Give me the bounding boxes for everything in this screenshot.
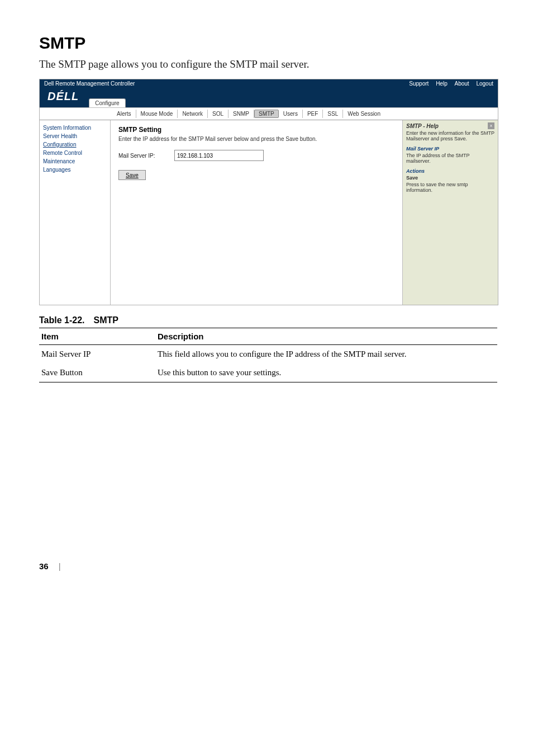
cell-desc: Use this button to save your settings.: [155, 363, 497, 382]
section-title: SMTP: [39, 34, 494, 53]
field-row: Mail Server IP:: [118, 150, 394, 161]
subtab-sol[interactable]: SOL: [208, 110, 229, 118]
sidebar-item-remote-control[interactable]: Remote Control: [42, 149, 108, 157]
sidebar-item-configuration[interactable]: Configuration: [42, 140, 108, 149]
help-intro: Enter the new information for the SMTP M…: [406, 130, 494, 141]
help-mail-server-head: Mail Server IP: [406, 146, 494, 152]
section-intro: The SMTP page allows you to configure th…: [39, 58, 494, 70]
help-actions-head: Actions: [406, 168, 494, 174]
logout-link[interactable]: Logout: [476, 81, 493, 87]
subtab-users[interactable]: Users: [279, 110, 303, 118]
sidebar-item-server-health[interactable]: Server Health: [42, 132, 108, 140]
support-link[interactable]: Support: [409, 81, 429, 87]
page-description: Enter the IP address for the SMTP Mail s…: [118, 136, 394, 142]
help-save-text: Press to save the new smtp information.: [406, 182, 494, 193]
sidebar-item-languages[interactable]: Languages: [42, 166, 108, 174]
subtab-pef[interactable]: PEF: [303, 110, 323, 118]
help-title: SMTP - Help: [406, 123, 439, 129]
table-row: Mail Server IP This field allows you to …: [39, 345, 497, 364]
sidebar-item-system-information[interactable]: System Information: [42, 124, 108, 132]
help-save-head: Save: [406, 175, 494, 181]
app-body: System Information Server Health Configu…: [40, 120, 498, 305]
subtab-alerts[interactable]: Alerts: [112, 110, 136, 118]
subtab-network[interactable]: Network: [178, 110, 208, 118]
subtab-ssl[interactable]: SSL: [323, 110, 343, 118]
tab-configure[interactable]: Configure: [89, 98, 125, 107]
subtab-mouse-mode[interactable]: Mouse Mode: [136, 110, 178, 118]
mail-server-ip-label: Mail Server IP:: [118, 153, 163, 159]
brand-logo: DÉLL: [45, 88, 83, 107]
top-tabs: Configure: [83, 98, 126, 107]
app-titlebar: Dell Remote Management Controller Suppor…: [40, 79, 498, 88]
cell-item: Mail Server IP: [39, 345, 155, 364]
help-panel: SMTP - Help x Enter the new information …: [402, 120, 498, 305]
help-mail-server-text: The IP address of the SMTP mailserver.: [406, 153, 494, 164]
page-number: 36|: [39, 561, 494, 571]
cell-desc: This field allows you to configure the I…: [155, 345, 497, 364]
subtab-snmp[interactable]: SNMP: [229, 110, 254, 118]
sidebar: System Information Server Health Configu…: [40, 120, 111, 305]
window-title: Dell Remote Management Controller: [44, 81, 135, 87]
close-icon[interactable]: x: [488, 122, 494, 129]
spec-table: Item Description Mail Server IP This fie…: [39, 328, 497, 382]
save-button[interactable]: Save: [118, 170, 146, 180]
top-link-group: Support Help About Logout: [403, 81, 493, 87]
page-heading: SMTP Setting: [118, 126, 394, 134]
about-link[interactable]: About: [454, 81, 469, 87]
table-row: Save Button Use this button to save your…: [39, 363, 497, 382]
help-link[interactable]: Help: [436, 81, 448, 87]
sidebar-item-maintenance[interactable]: Maintenance: [42, 157, 108, 166]
subtab-smtp[interactable]: SMTP: [254, 110, 279, 118]
cell-item: Save Button: [39, 363, 155, 382]
subtab-web-session[interactable]: Web Session: [343, 110, 385, 118]
sub-tabs: Alerts Mouse Mode Network SOL SNMP SMTP …: [40, 107, 498, 120]
col-item: Item: [39, 328, 155, 345]
app-window: Dell Remote Management Controller Suppor…: [39, 79, 498, 305]
help-title-row: SMTP - Help x: [406, 122, 494, 129]
brand-row: DÉLL Configure: [40, 88, 498, 107]
col-description: Description: [155, 328, 497, 345]
table-caption: Table 1-22. SMTP: [39, 315, 494, 325]
mail-server-ip-input[interactable]: [174, 150, 264, 161]
main-area: SMTP Setting Enter the IP address for th…: [111, 120, 402, 305]
